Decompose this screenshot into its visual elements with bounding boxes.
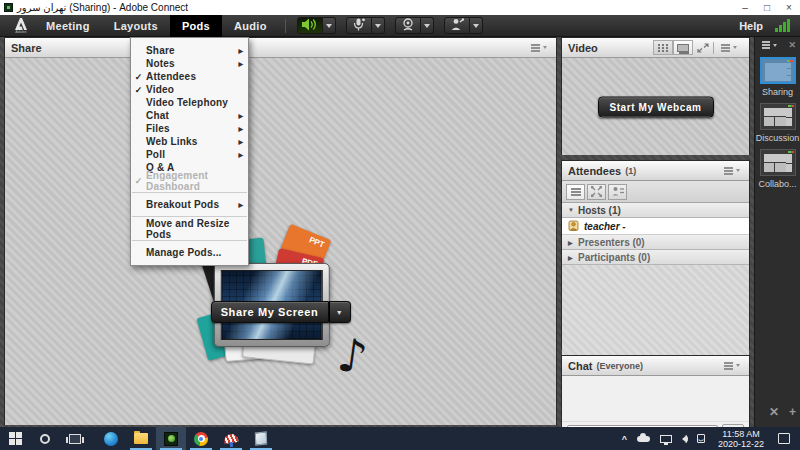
tray-display-button[interactable] (655, 427, 677, 450)
music-note-icon: ♪ (334, 327, 371, 385)
taskbar-adobe-connect[interactable] (156, 427, 186, 450)
layout-thumb-collaboration[interactable] (760, 149, 796, 176)
presenters-group-label: Presenters (0) (578, 237, 645, 248)
attendee-row-teacher[interactable]: teacher - (562, 218, 749, 235)
share-pod-menu-button[interactable] (528, 44, 550, 51)
expand-pod-button[interactable] (697, 39, 709, 57)
hosts-group-label: Hosts (1) (578, 205, 621, 216)
tray-volume-button[interactable] (677, 427, 692, 450)
filmstrip-view-button[interactable] (673, 40, 693, 55)
layout-thumb-discussion[interactable] (760, 103, 796, 130)
share-options-dropdown-button[interactable]: ▼ (329, 301, 351, 323)
menu-audio[interactable]: Audio (222, 15, 279, 37)
menu-item-poll[interactable]: Poll▶ (131, 148, 248, 161)
windows-taskbar: ^ ب 11:58 AM 2020-12-22 (0, 427, 800, 450)
webcam-dropdown-button[interactable] (421, 17, 434, 34)
chevron-down-icon (375, 24, 381, 28)
menu-item-share[interactable]: Share▶ (131, 44, 248, 57)
chevron-down-icon (543, 46, 547, 49)
pod-menu-icon (762, 44, 770, 46)
chevron-down-icon (424, 24, 430, 28)
taskbar-fan-app[interactable] (216, 427, 246, 450)
pod-menu-icon (721, 47, 730, 49)
taskbar-clock[interactable]: 11:58 AM 2020-12-22 (710, 429, 772, 449)
thumb-bottom-panels (764, 117, 786, 126)
layout-thumb-sharing[interactable] (760, 57, 796, 84)
delete-layout-button[interactable]: ✕ (769, 405, 779, 419)
raise-hand-icon (450, 17, 464, 35)
status-dot-icon (791, 151, 794, 153)
menu-item-breakout-pods[interactable]: Breakout Pods▶ (131, 198, 248, 211)
tray-language-button[interactable]: ب (692, 427, 710, 450)
menu-item-notes[interactable]: Notes▶ (131, 57, 248, 70)
close-button[interactable]: × (778, 0, 800, 15)
menu-separator (132, 192, 247, 193)
adobe-logo-icon: Adobe (8, 16, 34, 36)
attendees-pod-menu-button[interactable] (721, 167, 743, 174)
video-header-icons (650, 37, 743, 59)
attendees-pod: Attendees (1) ▼ Hosts (1) (561, 160, 750, 350)
attendee-status-view-button[interactable] (608, 184, 627, 200)
menu-item-video-telephony[interactable]: Video Telephony (131, 96, 248, 109)
action-center-button[interactable] (778, 433, 790, 444)
search-button[interactable] (30, 427, 60, 450)
speaker-button[interactable] (297, 17, 323, 34)
submenu-arrow-icon: ▶ (238, 60, 243, 67)
participants-group-row[interactable]: ▶ Participants (0) (562, 250, 749, 265)
notepad-app-icon (255, 431, 267, 445)
menu-item-files[interactable]: Files▶ (131, 122, 248, 135)
microphone-dropdown-button[interactable] (372, 17, 385, 34)
taskbar-chrome[interactable] (186, 427, 216, 450)
menu-item-video[interactable]: ✓Video (131, 83, 248, 96)
status-dropdown-button[interactable] (470, 17, 483, 34)
breakout-view-button[interactable] (587, 184, 606, 200)
raise-hand-button[interactable] (444, 17, 470, 34)
layout-sidebar-menu-button[interactable] (759, 42, 780, 49)
start-button[interactable] (0, 427, 30, 450)
header-separator (713, 42, 714, 54)
speaker-icon (301, 17, 318, 35)
start-my-webcam-button[interactable]: Start My Webcam (598, 96, 714, 117)
taskbar-file-explorer[interactable] (126, 427, 156, 450)
chevron-down-icon (773, 44, 777, 47)
tray-onedrive-button[interactable] (632, 427, 655, 450)
menu-item-web-links[interactable]: Web Links▶ (131, 135, 248, 148)
menu-item-manage-pods[interactable]: Manage Pods... (131, 246, 248, 259)
menu-pods[interactable]: Pods (170, 15, 222, 37)
hosts-group-row[interactable]: ▼ Hosts (1) (562, 203, 749, 218)
submenu-arrow-icon: ▶ (238, 125, 243, 132)
speaker-dropdown-button[interactable] (323, 17, 336, 34)
menu-item-chat[interactable]: Chat▶ (131, 109, 248, 122)
webcam-button[interactable] (395, 17, 421, 34)
tray-expand-button[interactable]: ^ (617, 427, 632, 450)
minimize-button[interactable]: – (734, 0, 756, 15)
menu-meeting[interactable]: Meeting (34, 15, 102, 37)
menu-item-move-resize-pods[interactable]: Move and Resize Pods (131, 222, 248, 235)
pod-menu-icon (724, 365, 733, 367)
video-pod-title: Video (568, 42, 598, 54)
windows-logo-icon (9, 432, 22, 445)
connection-status-icon[interactable] (775, 19, 790, 32)
menu-help[interactable]: Help (739, 20, 763, 32)
microphone-button[interactable] (346, 17, 372, 34)
attendee-list-view-button[interactable] (566, 184, 585, 200)
attendee-status-icon (612, 183, 624, 201)
grid-view-button[interactable] (653, 40, 673, 55)
task-view-button[interactable] (60, 427, 90, 450)
menu-separator (132, 240, 247, 241)
webcam-control-group (395, 17, 434, 34)
menu-item-attendees[interactable]: ✓Attendees (131, 70, 248, 83)
menu-layouts[interactable]: Layouts (102, 15, 170, 37)
close-sidebar-icon[interactable]: ✕ (788, 40, 796, 50)
chat-pod-menu-button[interactable] (721, 362, 743, 369)
taskbar-edge[interactable] (96, 427, 126, 450)
maximize-button[interactable]: □ (756, 0, 778, 15)
pod-menu-icon (724, 170, 733, 172)
presenters-group-row[interactable]: ▶ Presenters (0) (562, 235, 749, 250)
clock-time: 11:58 AM (722, 429, 759, 439)
add-layout-button[interactable]: + (789, 405, 796, 419)
taskbar-notepad-app[interactable] (246, 427, 276, 450)
video-pod-menu-button[interactable] (718, 44, 740, 51)
microphone-icon (351, 17, 366, 35)
share-my-screen-button[interactable]: Share My Screen (211, 301, 329, 323)
